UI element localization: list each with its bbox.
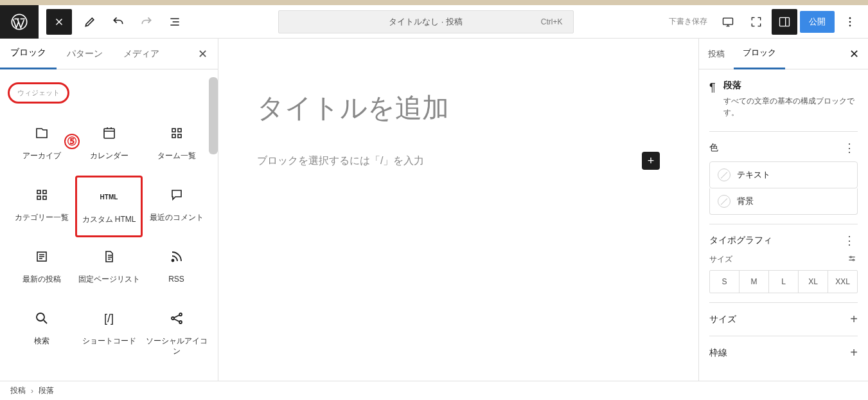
svg-point-18 <box>172 317 174 320</box>
block-name: 段落 <box>723 80 858 91</box>
add-block-button[interactable]: + <box>642 152 660 170</box>
block-categories[interactable]: カテゴリー一覧 <box>8 176 75 237</box>
annotation-number: ⑤ <box>64 134 80 149</box>
tab-media[interactable]: メディア <box>113 39 170 69</box>
block-page-list[interactable]: 固定ページリスト <box>75 237 143 299</box>
outline-icon[interactable] <box>162 9 188 35</box>
color-text-row[interactable]: テキスト <box>709 161 858 188</box>
panel-size-header[interactable]: サイズ + <box>709 312 858 327</box>
tab-block[interactable]: ブロック <box>734 38 785 69</box>
svg-point-5 <box>849 24 851 26</box>
sliders-icon[interactable] <box>846 254 858 265</box>
panel-typography: タイポグラフィ ⋮ サイズ S M L XL XXL <box>709 224 858 302</box>
size-l[interactable]: L <box>769 271 799 293</box>
shortcut-hint: Ctrl+K <box>541 17 563 26</box>
swatch-icon <box>718 168 731 181</box>
font-size-buttons: S M L XL XXL <box>709 270 858 293</box>
color-background-row[interactable]: 背景 <box>709 188 858 215</box>
panel-color: 色 ⋮ テキスト 背景 <box>709 131 858 224</box>
redo-button[interactable] <box>134 9 159 35</box>
post-title-input[interactable]: タイトルを追加 <box>257 90 660 126</box>
document-title-input[interactable]: タイトルなし · 投稿 Ctrl+K <box>278 10 574 33</box>
comment-icon <box>169 186 184 204</box>
calendar-icon <box>102 124 117 142</box>
grid-icon <box>169 124 184 142</box>
plus-icon[interactable]: + <box>850 312 858 327</box>
category-widgets: ウィジェット <box>8 82 69 104</box>
block-description: すべての文章の基本の構成ブロックです。 <box>723 95 858 118</box>
svg-point-4 <box>849 21 851 23</box>
svg-rect-11 <box>37 190 40 194</box>
block-info: ¶ 段落 すべての文章の基本の構成ブロックです。 <box>709 80 858 118</box>
settings-sidebar-toggle[interactable] <box>772 9 797 35</box>
svg-rect-13 <box>37 196 40 199</box>
save-draft-button[interactable]: 下書き保存 <box>664 16 713 27</box>
inserter-tabs: ブロック パターン メディア ✕ <box>0 39 218 69</box>
block-search[interactable]: 検索 <box>8 299 75 361</box>
document-title-text: タイトルなし · 投稿 <box>389 16 463 28</box>
kebab-icon[interactable]: ⋮ <box>841 233 858 248</box>
block-terms[interactable]: ターム一覧 <box>143 114 210 176</box>
block-inserter-panel: ブロック パターン メディア ✕ ウィジェット ⑤ アーカイブ カレンダー ター… <box>0 39 218 381</box>
plus-icon[interactable]: + <box>850 345 858 360</box>
panel-typography-header[interactable]: タイポグラフィ ⋮ <box>709 233 858 248</box>
edit-icon[interactable] <box>77 9 103 35</box>
block-social-icons[interactable]: ソーシャルアイコン <box>143 299 210 361</box>
svg-rect-9 <box>172 134 175 138</box>
preview-desktop-icon[interactable] <box>715 9 741 35</box>
svg-rect-14 <box>43 196 46 199</box>
share-icon <box>169 309 184 327</box>
list-icon <box>34 248 49 266</box>
archive-icon <box>34 124 49 142</box>
panel-border: 枠線 + <box>709 336 858 369</box>
svg-rect-10 <box>178 134 181 138</box>
undo-button[interactable] <box>105 9 131 35</box>
block-rss[interactable]: RSS <box>143 237 210 299</box>
editor-canvas[interactable]: タイトルを追加 ブロックを選択するには「/」を入力 + <box>218 39 698 381</box>
svg-point-3 <box>849 17 851 19</box>
close-icon[interactable]: ✕ <box>188 47 218 61</box>
size-xxl[interactable]: XXL <box>828 271 857 293</box>
paragraph-placeholder[interactable]: ブロックを選択するには「/」を入力 <box>257 154 424 168</box>
main-area: ブロック パターン メディア ✕ ウィジェット ⑤ アーカイブ カレンダー ター… <box>0 39 868 381</box>
kebab-icon[interactable]: ⋮ <box>841 141 858 155</box>
svg-point-20 <box>179 321 182 323</box>
shortcode-icon: [/] <box>104 309 114 327</box>
grid-icon <box>34 186 49 204</box>
block-custom-html[interactable]: HTML カスタム HTML <box>75 176 143 237</box>
options-menu-icon[interactable] <box>837 9 863 35</box>
svg-rect-8 <box>178 129 181 132</box>
block-recent-posts[interactable]: 最新の投稿 <box>8 237 75 299</box>
size-m[interactable]: M <box>740 271 769 293</box>
svg-point-22 <box>853 259 854 260</box>
block-shortcode[interactable]: [/] ショートコード <box>75 299 143 361</box>
fullscreen-icon[interactable] <box>743 9 769 35</box>
page-icon <box>102 248 117 266</box>
tab-blocks[interactable]: ブロック <box>0 38 57 69</box>
inserter-body: ウィジェット ⑤ アーカイブ カレンダー ターム一覧 カテゴリー一覧 <box>0 69 218 381</box>
size-s[interactable]: S <box>710 271 740 293</box>
close-inserter-button[interactable] <box>46 9 72 35</box>
block-recent-comments[interactable]: 最近のコメント <box>143 176 210 237</box>
svg-rect-7 <box>172 129 175 132</box>
svg-point-17 <box>37 313 44 321</box>
top-toolbar: タイトルなし · 投稿 Ctrl+K 下書き保存 公開 <box>0 5 868 39</box>
svg-point-21 <box>850 257 851 258</box>
svg-rect-1 <box>723 18 733 24</box>
close-icon[interactable]: ✕ <box>840 47 868 61</box>
tab-post[interactable]: 投稿 <box>699 39 734 69</box>
panel-color-header[interactable]: 色 ⋮ <box>709 141 858 155</box>
wordpress-logo[interactable] <box>0 5 39 39</box>
tab-patterns[interactable]: パターン <box>57 39 113 69</box>
scrollbar[interactable] <box>209 77 218 154</box>
size-label: サイズ <box>709 254 732 265</box>
publish-button[interactable]: 公開 <box>800 11 835 33</box>
rss-icon <box>169 248 184 266</box>
size-xl[interactable]: XL <box>799 271 828 293</box>
sidebar-tabs: 投稿 ブロック ✕ <box>699 39 868 69</box>
svg-rect-6 <box>104 129 114 138</box>
block-calendar[interactable]: カレンダー <box>75 114 143 176</box>
panel-size: サイズ + <box>709 302 858 336</box>
panel-border-header[interactable]: 枠線 + <box>709 345 858 360</box>
svg-point-16 <box>172 260 173 262</box>
